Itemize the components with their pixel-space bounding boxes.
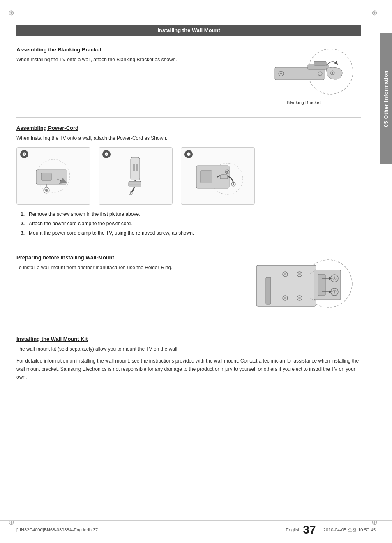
preparing-text-col: Preparing before installing Wall-Mount T… bbox=[16, 253, 242, 276]
svg-point-5 bbox=[280, 73, 282, 74]
svg-point-19 bbox=[130, 192, 131, 194]
power-cord-text: When Installing the TV onto a wall, atta… bbox=[16, 134, 361, 142]
footer-english-label: English bbox=[286, 527, 300, 532]
svg-point-8 bbox=[332, 72, 333, 74]
footer-left-text: [UN32C4000]BN68-03038A-Eng.indb 37 bbox=[16, 527, 98, 532]
page: ⊕ ⊕ ⊕ ⊕ 05 Other Information Installing … bbox=[0, 0, 392, 543]
bracket-label: Blanking Bracket bbox=[287, 100, 321, 105]
svg-rect-25 bbox=[220, 175, 228, 179]
step-3-text: Mount the power cord clamp to the TV, us… bbox=[29, 229, 194, 237]
step-1-box: ❶ bbox=[16, 147, 90, 205]
step-2-text: Attach the power cord clamp to the power… bbox=[29, 220, 132, 227]
steps-list: 1. Remove the screw shown in the first p… bbox=[21, 210, 361, 237]
crosshair-tr: ⊕ bbox=[371, 8, 378, 17]
preparing-image bbox=[246, 253, 357, 317]
step-1-text: Remove the screw shown in the first pict… bbox=[29, 210, 140, 218]
preparing-text: To install a wall-mount from another man… bbox=[16, 264, 242, 272]
divider-1 bbox=[16, 117, 361, 118]
wall-kit-heading: Installing the Wall Mount Kit bbox=[16, 336, 361, 342]
power-cord-images: ❶ ❷ bbox=[16, 147, 361, 205]
divider-3 bbox=[16, 328, 361, 328]
blanking-bracket-image bbox=[250, 45, 357, 98]
step-1-image bbox=[24, 153, 83, 199]
step-item-3: 3. Mount the power cord clamp to the TV,… bbox=[21, 229, 361, 237]
footer-right: English 37 2010-04-05 오전 10:50 45 bbox=[286, 524, 376, 536]
wall-kit-text2: For detailed information on installing t… bbox=[16, 357, 361, 381]
main-content: Installing the Wall Mount Assembling the… bbox=[16, 0, 376, 381]
step-item-1: 1. Remove the screw shown in the first p… bbox=[21, 210, 361, 218]
crosshair-tl: ⊕ bbox=[8, 8, 14, 17]
svg-point-27 bbox=[226, 171, 228, 173]
preparing-section: Preparing before installing Wall-Mount T… bbox=[16, 253, 361, 317]
step-1-label: 1. bbox=[21, 210, 26, 218]
header-title: Installing the Wall Mount bbox=[157, 27, 220, 33]
svg-point-34 bbox=[284, 273, 286, 275]
blanking-bracket-text: When installing the TV onto a wall, atta… bbox=[16, 56, 246, 64]
wall-kit-text1: The wall mount kit (sold separately) all… bbox=[16, 345, 361, 353]
step-item-2: 2. Attach the power cord clamp to the po… bbox=[21, 220, 361, 227]
step-2-image bbox=[106, 153, 166, 199]
svg-point-13 bbox=[45, 189, 48, 192]
svg-point-38 bbox=[284, 297, 286, 299]
svg-rect-24 bbox=[201, 171, 212, 183]
header-bar: Installing the Wall Mount bbox=[16, 25, 361, 36]
svg-rect-32 bbox=[266, 277, 271, 304]
svg-rect-11 bbox=[41, 173, 51, 180]
power-cord-heading: Assembling Power-Cord bbox=[16, 125, 361, 131]
footer-right-text: 2010-04-05 오전 10:50 45 bbox=[323, 527, 376, 533]
power-cord-section: Assembling Power-Cord When Installing th… bbox=[16, 125, 361, 237]
blanking-image-col: Blanking Bracket bbox=[246, 45, 361, 105]
svg-point-47 bbox=[334, 277, 335, 279]
svg-rect-44 bbox=[318, 274, 325, 296]
side-tab-label: 05 Other Information bbox=[383, 70, 389, 127]
preparing-image-col bbox=[242, 253, 361, 317]
svg-point-36 bbox=[298, 273, 301, 275]
divider-2 bbox=[16, 245, 361, 245]
wall-kit-section: Installing the Wall Mount Kit The wall m… bbox=[16, 336, 361, 381]
blanking-text-col: Assembling the Blanking Bracket When ins… bbox=[16, 45, 246, 68]
step-3-label: 3. bbox=[21, 229, 26, 237]
svg-point-29 bbox=[233, 183, 234, 185]
step-2-label: 2. bbox=[21, 220, 26, 227]
step-3-box: ❸ bbox=[181, 147, 255, 205]
step-2-box: ❷ bbox=[99, 147, 173, 205]
svg-rect-16 bbox=[133, 164, 135, 171]
footer-page-number: 37 bbox=[303, 524, 316, 536]
svg-rect-3 bbox=[314, 61, 326, 65]
svg-rect-17 bbox=[136, 164, 138, 171]
step-3-image bbox=[188, 153, 248, 199]
svg-point-50 bbox=[334, 291, 335, 293]
footer: [UN32C4000]BN68-03038A-Eng.indb 37 Engli… bbox=[0, 520, 392, 536]
blanking-bracket-section: Assembling the Blanking Bracket When ins… bbox=[16, 45, 361, 105]
svg-rect-15 bbox=[131, 157, 140, 180]
preparing-heading: Preparing before installing Wall-Mount bbox=[16, 254, 242, 261]
footer-left: [UN32C4000]BN68-03038A-Eng.indb 37 bbox=[16, 524, 98, 536]
side-tab: 05 Other Information bbox=[380, 33, 392, 164]
svg-point-40 bbox=[298, 297, 301, 299]
blanking-bracket-heading: Assembling the Blanking Bracket bbox=[16, 46, 246, 53]
